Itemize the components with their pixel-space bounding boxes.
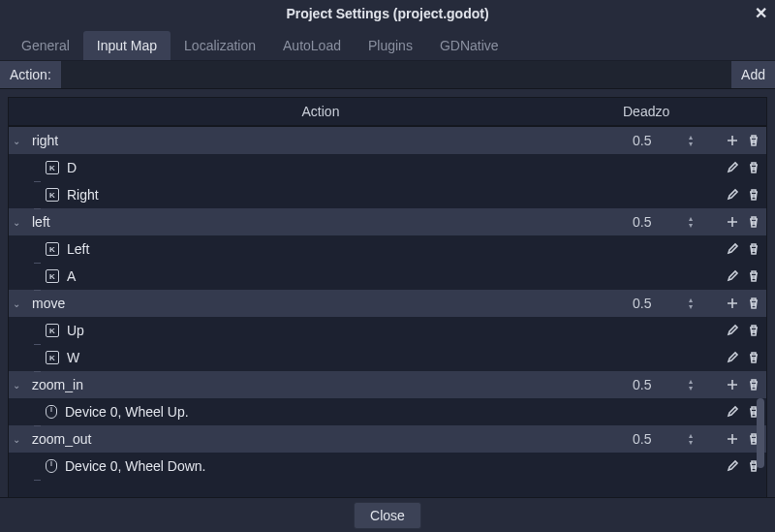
dialog-footer: Close	[0, 497, 775, 532]
event-row[interactable]: Device 0, Wheel Down.	[9, 453, 766, 480]
edit-event-button[interactable]	[726, 269, 739, 283]
tree-rows: ⌄right0.5▴▾KDKRight⌄left0.5▴▾KLeftKA⌄mov…	[9, 127, 766, 526]
deadzone-value[interactable]: 0.5	[633, 296, 689, 311]
mouse-icon	[46, 405, 57, 419]
tab-general[interactable]: General	[8, 31, 83, 60]
close-icon[interactable]: ✕	[755, 0, 767, 27]
add-event-button[interactable]	[726, 378, 739, 391]
event-label: Up	[63, 323, 629, 338]
deadzone-value[interactable]: 0.5	[633, 431, 689, 447]
action-tree-panel: Action Deadzo ⌄right0.5▴▾KDKRight⌄left0.…	[8, 97, 767, 527]
deadzone-value[interactable]: 0.5	[633, 214, 689, 230]
edit-event-button[interactable]	[726, 405, 739, 419]
add-event-button[interactable]	[726, 297, 739, 310]
delete-action-button[interactable]	[747, 215, 760, 229]
action-label: Action:	[0, 61, 61, 88]
event-label: A	[63, 268, 629, 284]
action-row[interactable]: ⌄left0.5▴▾	[9, 208, 766, 235]
edit-event-button[interactable]	[726, 242, 739, 256]
column-action-header: Action	[18, 104, 623, 119]
keyboard-icon: K	[46, 188, 59, 202]
event-row[interactable]: KRight	[9, 181, 766, 208]
add-event-button[interactable]	[726, 432, 739, 446]
action-row[interactable]: ⌄move0.5▴▾	[9, 290, 766, 317]
event-row[interactable]: KA	[9, 263, 766, 290]
action-bar: Action: Add	[0, 61, 775, 89]
keyboard-icon: K	[46, 161, 59, 174]
column-deadzone-header: Deadzo	[623, 104, 757, 119]
event-label: Device 0, Wheel Down.	[61, 458, 629, 474]
deadzone-value[interactable]: 0.5	[633, 133, 689, 148]
delete-action-button[interactable]	[747, 378, 760, 391]
delete-action-button[interactable]	[747, 134, 760, 147]
action-name: move	[28, 296, 629, 311]
event-row[interactable]: KD	[9, 154, 766, 181]
chevron-down-icon[interactable]: ▾	[689, 303, 698, 310]
event-row[interactable]: KLeft	[9, 235, 766, 263]
window-title: Project Settings (project.godot)	[286, 6, 488, 21]
delete-event-button[interactable]	[747, 351, 760, 364]
tab-bar: GeneralInput MapLocalizationAutoLoadPlug…	[0, 27, 775, 61]
delete-event-button[interactable]	[747, 242, 760, 256]
action-row[interactable]: ⌄right0.5▴▾	[9, 127, 766, 154]
edit-event-button[interactable]	[726, 161, 739, 174]
edit-event-button[interactable]	[726, 324, 739, 337]
keyboard-icon: K	[46, 324, 59, 337]
expand-caret-icon[interactable]: ⌄	[13, 217, 24, 228]
expand-caret-icon[interactable]: ⌄	[13, 380, 24, 391]
action-row[interactable]: ⌄zoom_out0.5▴▾	[9, 425, 766, 453]
keyboard-icon: K	[46, 269, 59, 283]
deadzone-spinner[interactable]: ▴▾	[689, 215, 698, 229]
mouse-icon	[46, 459, 57, 473]
delete-action-button[interactable]	[747, 297, 760, 310]
expand-caret-icon[interactable]: ⌄	[13, 434, 24, 445]
event-row[interactable]: Device 0, Wheel Up.	[9, 398, 766, 425]
scrollbar-thumb[interactable]	[757, 398, 764, 468]
event-label: D	[63, 160, 629, 175]
delete-event-button[interactable]	[747, 161, 760, 174]
tab-gdnative[interactable]: GDNative	[426, 31, 512, 60]
add-event-button[interactable]	[726, 215, 739, 229]
event-label: Device 0, Wheel Up.	[61, 404, 629, 420]
deadzone-spinner[interactable]: ▴▾	[689, 134, 698, 147]
action-name: right	[28, 133, 629, 148]
action-name: zoom_out	[28, 431, 629, 447]
expand-caret-icon[interactable]: ⌄	[13, 298, 24, 309]
event-row[interactable]: KUp	[9, 317, 766, 344]
deadzone-spinner[interactable]: ▴▾	[689, 378, 698, 391]
chevron-down-icon[interactable]: ▾	[689, 385, 698, 391]
keyboard-icon: K	[46, 351, 59, 364]
deadzone-value[interactable]: 0.5	[633, 377, 689, 392]
action-row[interactable]: ⌄zoom_in0.5▴▾	[9, 371, 766, 398]
deadzone-spinner[interactable]: ▴▾	[689, 297, 698, 310]
action-name: left	[28, 214, 629, 230]
edit-event-button[interactable]	[726, 459, 739, 473]
tree-header: Action Deadzo	[9, 98, 766, 127]
tab-input-map[interactable]: Input Map	[83, 31, 170, 60]
event-row[interactable]: KW	[9, 344, 766, 371]
chevron-down-icon[interactable]: ▾	[689, 439, 698, 446]
add-event-button[interactable]	[726, 134, 739, 147]
close-button[interactable]: Close	[354, 502, 421, 529]
delete-event-button[interactable]	[747, 188, 760, 202]
action-name-input[interactable]	[65, 61, 728, 88]
delete-event-button[interactable]	[747, 269, 760, 283]
keyboard-icon: K	[46, 242, 59, 256]
event-label: Right	[63, 187, 629, 203]
add-action-button[interactable]: Add	[731, 61, 775, 88]
window-titlebar: Project Settings (project.godot) ✕	[0, 0, 775, 27]
chevron-down-icon[interactable]: ▾	[689, 222, 698, 229]
expand-caret-icon[interactable]: ⌄	[13, 136, 24, 146]
tab-localization[interactable]: Localization	[170, 31, 269, 60]
tab-plugins[interactable]: Plugins	[355, 31, 426, 60]
chevron-down-icon[interactable]: ▾	[689, 141, 698, 147]
edit-event-button[interactable]	[726, 188, 739, 202]
edit-event-button[interactable]	[726, 351, 739, 364]
event-label: W	[63, 350, 629, 365]
event-label: Left	[63, 241, 629, 257]
tab-autoload[interactable]: AutoLoad	[269, 31, 355, 60]
delete-event-button[interactable]	[747, 324, 760, 337]
action-name: zoom_in	[28, 377, 629, 392]
deadzone-spinner[interactable]: ▴▾	[689, 432, 698, 446]
